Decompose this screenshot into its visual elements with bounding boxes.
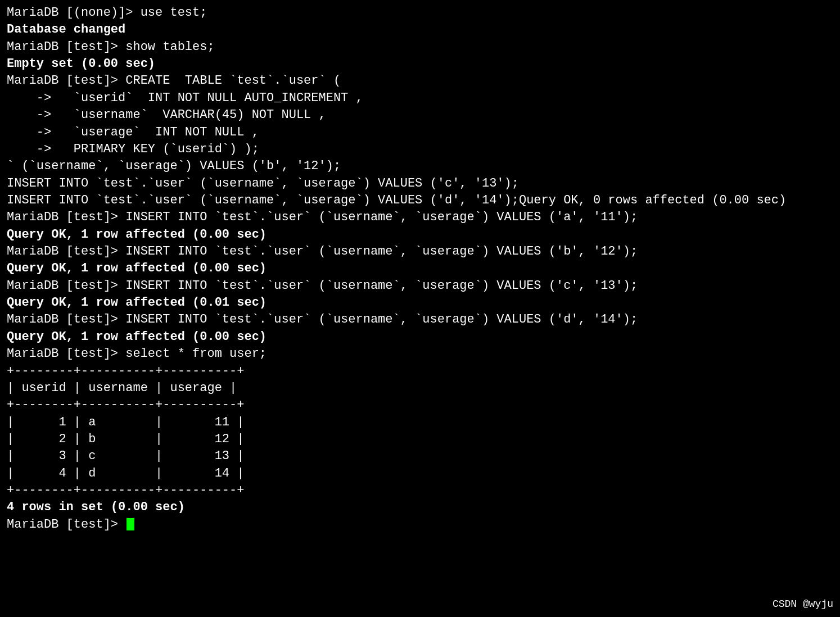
terminal-line: 4 rows in set (0.00 sec) — [7, 499, 833, 516]
terminal: MariaDB [(none)]> use test;Database chan… — [0, 0, 840, 617]
terminal-line: MariaDB [test]> INSERT INTO `test`.`user… — [7, 209, 833, 226]
terminal-line: MariaDB [test]> select * from user; — [7, 346, 833, 362]
terminal-line: MariaDB [test]> — [7, 516, 833, 533]
terminal-cursor — [127, 518, 134, 530]
terminal-output: MariaDB [(none)]> use test;Database chan… — [7, 4, 833, 533]
terminal-line: Query OK, 1 row affected (0.00 sec) — [7, 329, 833, 346]
terminal-line: +--------+----------+----------+ — [7, 482, 833, 499]
terminal-line: | 1 | a | 11 | — [7, 414, 833, 431]
terminal-line: | 3 | c | 13 | — [7, 448, 833, 465]
terminal-line: -> `username` VARCHAR(45) NOT NULL , — [7, 107, 833, 124]
terminal-line: MariaDB [test]> INSERT INTO `test`.`user… — [7, 243, 833, 260]
terminal-line: +--------+----------+----------+ — [7, 397, 833, 414]
terminal-line: | userid | username | userage | — [7, 380, 833, 397]
terminal-line: -> `userage` INT NOT NULL , — [7, 124, 833, 141]
terminal-line: -> PRIMARY KEY (`userid`) ); — [7, 141, 833, 158]
terminal-line: -> `userid` INT NOT NULL AUTO_INCREMENT … — [7, 90, 833, 107]
terminal-line: +--------+----------+----------+ — [7, 363, 833, 380]
terminal-line: MariaDB [(none)]> use test; — [7, 4, 833, 21]
terminal-line: MariaDB [test]> INSERT INTO `test`.`user… — [7, 311, 833, 328]
terminal-line: INSERT INTO `test`.`user` (`username`, `… — [7, 192, 833, 209]
terminal-line: Query OK, 1 row affected (0.00 sec) — [7, 260, 833, 277]
terminal-line: MariaDB [test]> CREATE TABLE `test`.`use… — [7, 72, 833, 89]
terminal-line: Empty set (0.00 sec) — [7, 56, 833, 72]
terminal-line: Database changed — [7, 21, 833, 38]
terminal-line: MariaDB [test]> INSERT INTO `test`.`user… — [7, 278, 833, 294]
terminal-line: | 2 | b | 12 | — [7, 431, 833, 448]
terminal-line: Query OK, 1 row affected (0.01 sec) — [7, 294, 833, 311]
watermark: CSDN @wyju — [773, 597, 833, 611]
terminal-line: | 4 | d | 14 | — [7, 465, 833, 482]
terminal-line: ` (`username`, `userage`) VALUES ('b', '… — [7, 158, 833, 175]
terminal-line: Query OK, 1 row affected (0.00 sec) — [7, 226, 833, 243]
terminal-line: MariaDB [test]> show tables; — [7, 39, 833, 56]
terminal-line: INSERT INTO `test`.`user` (`username`, `… — [7, 175, 833, 192]
